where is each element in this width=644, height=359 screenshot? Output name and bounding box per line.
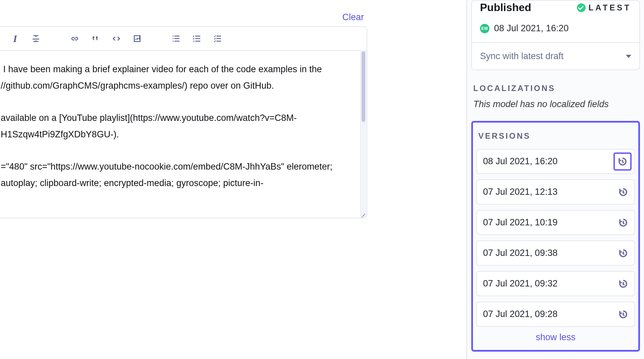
italic-icon[interactable]: I: [9, 33, 21, 45]
numbered-list-icon[interactable]: [191, 33, 203, 45]
link-icon[interactable]: [69, 33, 81, 45]
editor-paragraph: available on a [YouTube playlist](https:…: [1, 110, 360, 142]
history-icon[interactable]: [618, 248, 628, 258]
version-item[interactable]: 07 Jul 2021, 12:13: [476, 179, 635, 205]
sync-dropdown[interactable]: Sync with latest draft: [472, 42, 639, 70]
versions-panel: VERSIONS 08 Jul 2021, 16:20 07 Jul 2021,…: [471, 121, 640, 352]
latest-badge: LATEST: [577, 3, 631, 12]
version-date: 07 Jul 2021, 09:38: [483, 248, 557, 258]
sync-label: Sync with latest draft: [480, 51, 564, 61]
publish-status-title: Published: [480, 1, 531, 14]
history-icon[interactable]: [618, 309, 628, 319]
latest-label: LATEST: [588, 3, 631, 12]
richtext-editor: I: [0, 26, 367, 218]
clear-button[interactable]: Clear: [342, 12, 364, 23]
editor-textarea[interactable]: I have been making a brief explainer vid…: [0, 51, 367, 218]
editor-toolbar: I: [0, 27, 367, 51]
version-item[interactable]: 07 Jul 2021, 09:32: [476, 271, 635, 296]
avatar: EM: [480, 24, 489, 33]
localizations-heading: LOCALIZATIONS: [473, 84, 638, 93]
version-item[interactable]: 07 Jul 2021, 09:38: [476, 240, 635, 266]
code-icon[interactable]: [110, 33, 122, 45]
version-item[interactable]: 07 Jul 2021, 09:28: [476, 302, 635, 327]
editor-scrollbar[interactable]: [360, 51, 366, 217]
publish-status-card: Published LATEST EM 08 Jul 2021, 16:20 S…: [471, 0, 640, 70]
localizations-empty-text: This model has no localized fields: [473, 99, 638, 109]
history-icon[interactable]: [618, 218, 628, 228]
history-icon-highlight[interactable]: [613, 152, 632, 171]
resize-handle[interactable]: [361, 212, 366, 217]
version-item[interactable]: 07 Jul 2021, 10:19: [476, 210, 635, 235]
history-icon: [618, 156, 628, 167]
version-date: 07 Jul 2021, 12:13: [483, 187, 557, 197]
sidebar: Published LATEST EM 08 Jul 2021, 16:20 S…: [466, 0, 644, 359]
version-date: 07 Jul 2021, 09:28: [483, 309, 557, 319]
bullet-list-icon[interactable]: [170, 33, 182, 45]
history-icon[interactable]: [618, 187, 628, 197]
image-icon[interactable]: [131, 33, 143, 45]
chevron-down-icon: [626, 55, 631, 58]
version-date: 07 Jul 2021, 10:19: [483, 217, 557, 228]
show-less-button[interactable]: show less: [476, 332, 635, 343]
quote-icon[interactable]: [90, 33, 102, 45]
published-date: 08 Jul 2021, 16:20: [494, 23, 569, 34]
version-date: 08 Jul 2021, 16:20: [483, 156, 557, 167]
check-list-icon[interactable]: [212, 33, 224, 45]
strikethrough-icon[interactable]: [30, 33, 42, 45]
editor-paragraph: ="480" src="https://www.youtube-nocookie…: [1, 159, 360, 191]
check-icon: [577, 3, 586, 12]
editor-paragraph: I have been making a brief explainer vid…: [1, 61, 360, 94]
versions-heading: VERSIONS: [478, 131, 633, 141]
version-item[interactable]: 08 Jul 2021, 16:20: [476, 149, 635, 174]
history-icon[interactable]: [618, 279, 628, 289]
version-date: 07 Jul 2021, 09:32: [483, 278, 557, 289]
